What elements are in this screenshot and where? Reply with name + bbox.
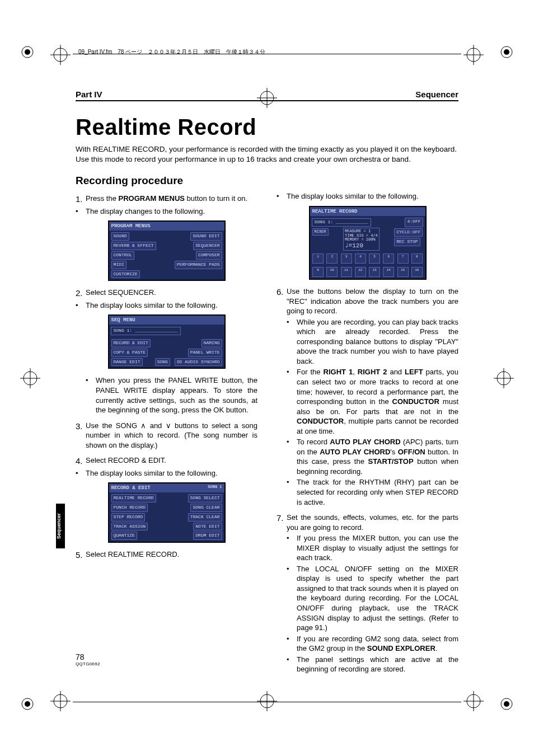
- step-4: 4. Select RECORD & EDIT.: [76, 456, 257, 467]
- step-7-bullet-3: • If you are recording GM2 song data, se…: [287, 634, 458, 654]
- svg-point-1: [25, 49, 30, 55]
- step-7-bullet-2: •The LOCAL ON/OFF setting on the MIXER d…: [287, 564, 458, 633]
- step-7: 7. Set the sounds, effects, volumes, etc…: [277, 513, 458, 532]
- running-header: Part IV Sequencer: [76, 90, 458, 101]
- top-bullet: • The display looks similar to the follo…: [277, 191, 458, 201]
- crosshair-icon: [462, 44, 485, 66]
- step-6-bullet-1: •While you are recording, you can play b…: [287, 317, 458, 367]
- left-column: 1. Press the PROGRAM MENUS button to tur…: [76, 190, 257, 675]
- intro-paragraph: With REALTIME RECORD, your performance i…: [76, 144, 458, 165]
- header-right: Sequencer: [415, 90, 458, 99]
- step-1-bullet: • The display changes to the following.: [76, 206, 257, 217]
- crosshair-icon: [493, 367, 515, 389]
- registration-mark-icon: [498, 44, 515, 60]
- bottom-rule: [73, 702, 461, 702]
- crosshair-icon: [462, 690, 485, 712]
- page-footer: 78 QQTG0692: [76, 652, 100, 666]
- panel-write-bullet: • When you press the PANEL WRITE button,…: [86, 375, 257, 415]
- page-title: Realtime Record: [76, 115, 458, 140]
- step-6-bullet-4: •The track for the RHYTHM (RHY) part can…: [287, 477, 458, 507]
- step-5: 5. Select REALTIME RECORD.: [76, 550, 257, 561]
- step-7-bullet-1: •If you press the MIXER button, you can …: [287, 533, 458, 563]
- page-number: 78: [76, 652, 100, 661]
- step-6-bullet-2: • For the RIGHT 1, RIGHT 2 and LEFT part…: [287, 367, 458, 436]
- lcd-record-edit: RECORD & EDIT SONG 1 REALTIME RECORD PUN…: [108, 482, 226, 543]
- step-2-bullet: • The display looks similar to the follo…: [76, 300, 257, 311]
- step-4-bullet: • The display looks similar to the follo…: [76, 468, 257, 478]
- section-heading: Recording procedure: [76, 175, 458, 187]
- step-2: 2. Select SEQUENCER.: [76, 288, 257, 299]
- registration-mark-icon: [19, 696, 36, 712]
- step-6-bullet-3: • To record AUTO PLAY CHORD (APC) parts,…: [287, 437, 458, 476]
- svg-point-3: [504, 49, 509, 55]
- crosshair-icon: [49, 690, 72, 712]
- crosshair-icon: [19, 367, 41, 389]
- step-7-bullet-4: •The panel settings which are active at …: [287, 655, 458, 674]
- section-tab: Sequencer: [56, 504, 65, 548]
- step-6: 6. Use the buttons below the display to …: [277, 287, 458, 316]
- step-3: 3. Use the SONG ∧ and ∨ buttons to selec…: [76, 421, 257, 450]
- header-left: Part IV: [76, 90, 102, 99]
- registration-mark-icon: [498, 696, 515, 712]
- registration-mark-icon: [19, 44, 36, 60]
- svg-point-7: [504, 701, 509, 707]
- print-metadata: 09_Part IV.fm 78 ページ ２００３年２月５日 水曜日 午後１時３…: [78, 48, 265, 56]
- crosshair-icon: [49, 44, 72, 66]
- doc-code: QQTG0692: [76, 661, 100, 666]
- step-1: 1. Press the PROGRAM MENUS button to tur…: [76, 194, 257, 205]
- lcd-realtime-record: REALTIME RECORD SONG 1: ____________ 4:O…: [309, 206, 427, 280]
- svg-point-5: [25, 701, 30, 707]
- lcd-program-menus: PROGRAM MENUS SOUND REVERB & EFFECT CONT…: [108, 220, 226, 281]
- lcd-seq-menu: SEQ MENU SONG 1: ________________ RECORD…: [108, 314, 226, 369]
- right-column: • The display looks similar to the follo…: [277, 190, 458, 675]
- crosshair-icon: [256, 690, 278, 712]
